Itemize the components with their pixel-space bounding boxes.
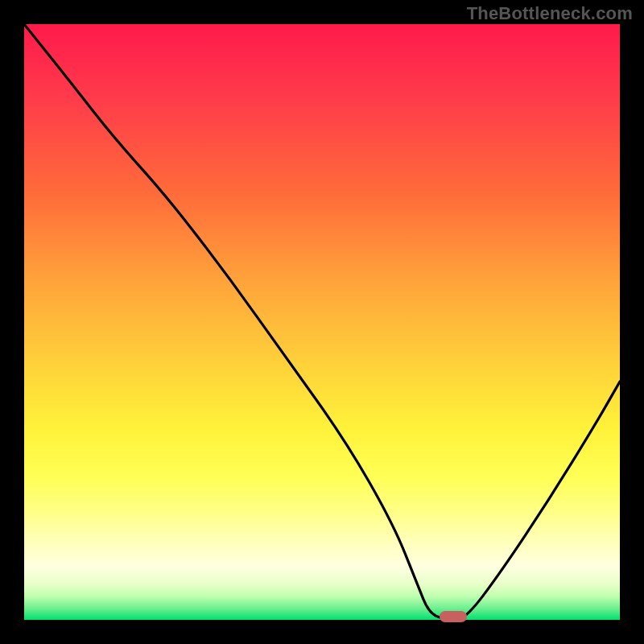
optimal-marker xyxy=(440,611,467,622)
plot-area xyxy=(24,24,620,620)
chart-frame: TheBottleneck.com xyxy=(0,0,644,644)
bottleneck-curve xyxy=(24,24,620,620)
watermark-text: TheBottleneck.com xyxy=(467,3,633,24)
